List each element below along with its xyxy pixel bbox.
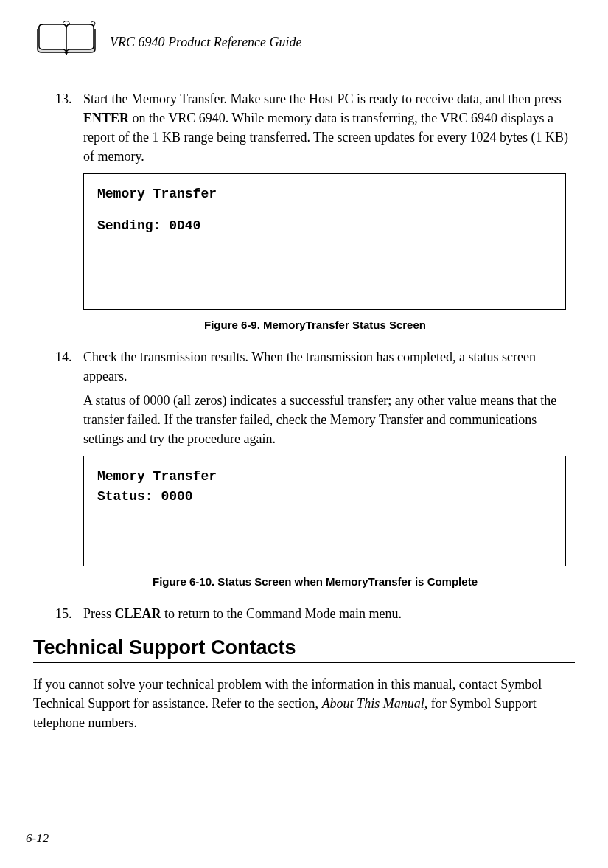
list-item-13: 13. Start the Memory Transfer. Make sure… — [55, 89, 575, 166]
text-segment: on the VRC 6940. While memory data is tr… — [83, 111, 568, 164]
screen-line: Sending: 0D40 — [97, 216, 552, 236]
item-text: Press CLEAR to return to the Command Mod… — [83, 604, 575, 623]
screen-line: Memory Transfer — [97, 184, 552, 204]
section-heading: Technical Support Contacts — [33, 636, 575, 663]
sub-paragraph: A status of 0000 (all zeros) indicates a… — [83, 391, 575, 448]
page-header: VRC 6940 Product Reference Guide — [33, 18, 575, 66]
book-icon — [33, 18, 99, 66]
text-italic: About This Manual, — [322, 696, 428, 711]
screen-display-sending: Memory Transfer Sending: 0D40 — [83, 173, 566, 310]
screen-display-status: Memory Transfer Status: 0000 — [83, 456, 566, 566]
screen-line: Status: 0000 — [97, 487, 552, 507]
page-number: 6-12 — [26, 831, 49, 846]
item-number: 13. — [55, 89, 83, 166]
item-number: 14. — [55, 347, 83, 386]
key-clear: CLEAR — [115, 606, 161, 621]
header-title: VRC 6940 Product Reference Guide — [110, 35, 302, 50]
list-item-14: 14. Check the transmission results. When… — [55, 347, 575, 386]
page-content: 13. Start the Memory Transfer. Make sure… — [33, 89, 575, 732]
figure-caption-6-9: Figure 6-9. MemoryTransfer Status Screen — [55, 319, 575, 331]
item-number: 15. — [55, 604, 83, 623]
list-item-15: 15. Press CLEAR to return to the Command… — [55, 604, 575, 623]
body-paragraph: If you cannot solve your technical probl… — [33, 675, 575, 732]
key-enter: ENTER — [83, 111, 129, 125]
text-segment: Press — [83, 606, 115, 621]
screen-line: Memory Transfer — [97, 467, 552, 487]
text-segment: to return to the Command Mode main menu. — [161, 606, 402, 621]
text-segment: Start the Memory Transfer. Make sure the… — [83, 91, 562, 106]
item-text: Check the transmission results. When the… — [83, 347, 575, 386]
item-text: Start the Memory Transfer. Make sure the… — [83, 89, 575, 166]
figure-caption-6-10: Figure 6-10. Status Screen when MemoryTr… — [55, 575, 575, 588]
